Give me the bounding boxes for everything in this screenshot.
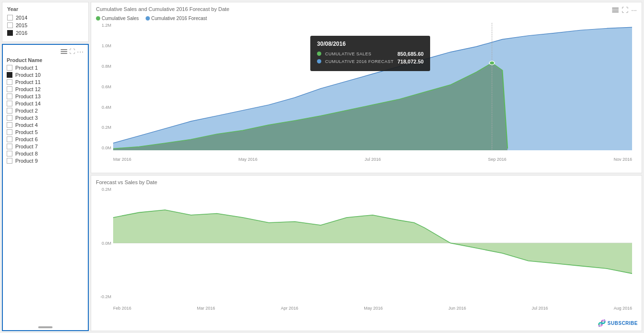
product-checkbox[interactable] [7,151,12,156]
year-item[interactable]: 2015 [7,22,84,28]
year-filter: Year 201420152016 [2,2,89,42]
subscribe-label: SUBSCRIBE [608,321,638,326]
product-checkbox[interactable] [7,158,12,164]
x-axis-label: Nov 2016 [613,157,632,162]
top-chart-controls: ⛶ ··· [612,6,637,14]
x-axis-label: Mar 2016 [197,306,215,311]
product-filter: ⛶ ··· Product Name Product 1Product 10Pr… [2,44,89,331]
top-expand-icon[interactable]: ⛶ [622,6,628,14]
product-checkbox[interactable] [7,129,12,135]
bottom-chart-title: Forecast vs Sales by Date [96,179,157,185]
legend-item: Cumulative 2016 Forecast [146,16,207,21]
x-axis-label: Sep 2016 [488,157,507,162]
year-checkbox[interactable] [7,30,13,36]
product-item[interactable]: Product 13 [7,94,84,99]
year-checkbox[interactable] [7,22,13,28]
product-label: Product 8 [15,151,38,156]
x-axis-label: May 2016 [364,306,383,311]
product-label: Product 1 [15,65,38,71]
drag-handle-icon [61,49,67,54]
product-item[interactable]: Product 5 [7,129,84,135]
bottom-chart-area: 0.2M0.0M-0.2M Feb 2016Mar 2016Apr 2016Ma… [96,187,637,311]
year-items: 201420152016 [7,15,84,36]
top-chart-title: Cumulative Sales and Cumulative 2016 For… [96,6,229,12]
product-filter-title: Product Name [5,57,86,65]
product-item[interactable]: Product 8 [7,151,84,156]
expand-icon[interactable]: ⛶ [69,48,75,55]
product-checkbox[interactable] [7,101,12,106]
scrollbar-indicator[interactable] [38,326,53,328]
x-axis-label: Apr 2016 [281,306,298,311]
x-axis-label: May 2016 [239,157,258,162]
product-item[interactable]: Product 7 [7,144,84,149]
top-chart: Cumulative Sales and Cumulative 2016 For… [91,2,642,173]
product-item[interactable]: Product 14 [7,101,84,106]
top-chart-svg [113,23,632,150]
y-axis-label: 0.0M [102,241,111,246]
product-checkbox[interactable] [7,72,12,78]
y-axis-label: 0.4M [102,105,111,110]
legend-item: Cumulative Sales [96,16,139,21]
top-more-icon[interactable]: ··· [631,6,637,14]
product-checkbox[interactable] [7,65,12,71]
legend-dot [96,16,100,21]
product-item[interactable]: Product 2 [7,108,84,114]
product-item[interactable]: Product 6 [7,136,84,142]
x-axis-label: Mar 2016 [113,157,131,162]
product-item[interactable]: Product 1 [7,65,84,71]
product-item[interactable]: Product 3 [7,115,84,121]
product-label: Product 7 [15,144,38,149]
year-label: 2016 [16,30,27,36]
product-label: Product 12 [15,86,41,92]
product-checkbox[interactable] [7,94,12,99]
main-container: Year 201420152016 ⛶ ··· Product Name Pro… [0,0,644,333]
bottom-area [113,210,632,273]
product-checkbox[interactable] [7,108,12,114]
x-axis-label: Jul 2016 [532,306,548,311]
year-label: 2015 [16,22,27,28]
year-item[interactable]: 2016 [7,30,84,36]
product-label: Product 4 [15,122,38,128]
product-checkbox[interactable] [7,115,12,121]
year-label: 2014 [16,15,27,21]
sales-dot [489,61,495,65]
product-label: Product 14 [15,101,41,106]
product-label: Product 11 [15,79,41,85]
product-label: Product 5 [15,129,38,135]
product-label: Product 3 [15,115,38,121]
x-axis-label: Jun 2016 [448,306,466,311]
legend-label: Cumulative 2016 Forecast [151,16,207,21]
product-checkbox[interactable] [7,86,12,92]
product-checkbox[interactable] [7,79,12,85]
subscribe-button[interactable]: 🧬 SUBSCRIBE [598,319,638,327]
year-filter-title: Year [7,6,84,12]
more-options-icon[interactable]: ··· [77,48,84,55]
y-axis-label: 0.8M [102,64,111,69]
y-axis-label: 0.2M [102,125,111,130]
product-item[interactable]: Product 11 [7,79,84,85]
product-label: Product 6 [15,136,38,142]
product-item[interactable]: Product 10 [7,72,84,78]
bottom-x-axis: Feb 2016Mar 2016Apr 2016May 2016Jun 2016… [113,300,632,311]
year-checkbox[interactable] [7,15,13,21]
legend-label: Cumulative Sales [102,16,139,21]
x-axis-label: Feb 2016 [113,306,131,311]
y-axis-label: -0.2M [100,294,111,299]
y-axis-label: 1.2M [102,23,111,28]
y-axis-label: 0.0M [102,146,111,150]
right-panel: Cumulative Sales and Cumulative 2016 For… [91,2,642,331]
product-item[interactable]: Product 4 [7,122,84,128]
left-panel: Year 201420152016 ⛶ ··· Product Name Pro… [2,2,89,331]
product-item[interactable]: Product 9 [7,158,84,164]
product-checkbox[interactable] [7,122,12,128]
product-list: Product 1Product 10Product 11Product 12P… [5,65,86,165]
year-item[interactable]: 2014 [7,15,84,21]
product-checkbox[interactable] [7,136,12,142]
top-chart-legend: Cumulative SalesCumulative 2016 Forecast [96,16,637,21]
product-label: Product 10 [15,72,41,78]
product-item[interactable]: Product 12 [7,86,84,92]
x-axis-label: Aug 2016 [613,306,632,311]
top-chart-plot: 30/08/2016 CUMULATIVE SALES 850,685.60 C… [113,23,632,150]
y-axis-label: 0.6M [102,84,111,89]
product-checkbox[interactable] [7,144,12,149]
